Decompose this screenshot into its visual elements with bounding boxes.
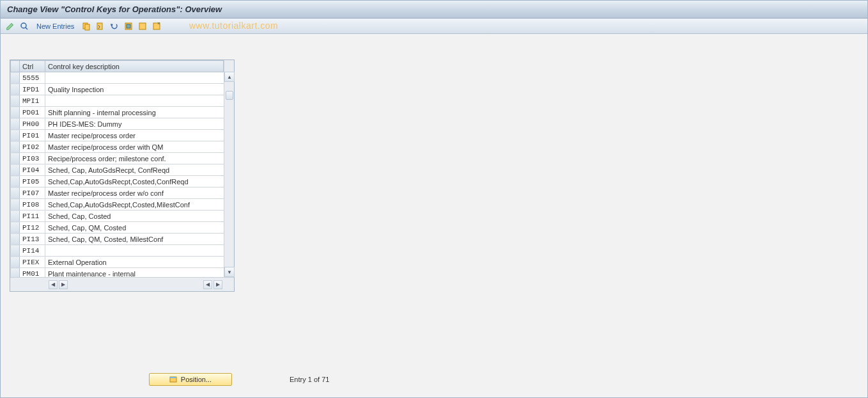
entry-count-text: Entry 1 of 71	[290, 376, 329, 383]
desc-cell[interactable]: Sched, Cap, QM, Costed	[45, 222, 234, 234]
desc-cell[interactable]: PH IDES-MES: Dummy	[45, 118, 234, 130]
table-row[interactable]: PH00PH IDES-MES: Dummy	[11, 118, 234, 130]
scroll-left-icon[interactable]: ◀	[49, 280, 58, 289]
desc-cell[interactable]	[45, 245, 234, 257]
select-all-icon[interactable]	[123, 20, 134, 32]
row-selector[interactable]	[11, 199, 20, 211]
ctrl-cell[interactable]: PI05	[20, 176, 45, 187]
app-frame: Change View "Control Keys for Operations…	[0, 0, 868, 398]
table-row[interactable]: PI08Sched,Cap,AutoGdsRecpt,Costed,Milest…	[11, 199, 234, 211]
table-row[interactable]: PI05Sched,Cap,AutoGdsRecpt,Costed,ConfRe…	[11, 176, 234, 187]
table-row[interactable]: PI02Master recipe/process order with QM	[11, 141, 234, 153]
row-selector[interactable]	[11, 72, 20, 84]
scroll-left-inner-icon[interactable]: ◀	[203, 280, 212, 289]
position-button[interactable]: Position...	[149, 373, 232, 386]
row-selector[interactable]	[11, 107, 20, 118]
desc-column-header[interactable]: Control key description	[45, 61, 224, 72]
control-keys-table: Ctrl Control key description 5555IPD1Qua…	[10, 60, 234, 291]
row-selector[interactable]	[11, 187, 20, 199]
ctrl-cell[interactable]: PI08	[20, 199, 45, 211]
new-entries-button[interactable]: New Entries	[33, 21, 78, 31]
ctrl-cell[interactable]: 5555	[20, 72, 45, 84]
desc-cell[interactable]: Quality Inspection	[45, 84, 234, 95]
row-selector[interactable]	[11, 164, 20, 176]
table-row[interactable]: PI13Sched, Cap, QM, Costed, MilestConf	[11, 234, 234, 245]
desc-cell[interactable]	[45, 72, 234, 84]
desc-cell[interactable]: Sched, Cap, AutoGdsRecpt, ConfReqd	[45, 164, 234, 176]
ctrl-cell[interactable]: PI13	[20, 234, 45, 245]
row-selector[interactable]	[11, 84, 20, 95]
ctrl-cell[interactable]: PH00	[20, 118, 45, 130]
scroll-down-icon[interactable]: ▼	[224, 267, 235, 277]
row-selector[interactable]	[11, 245, 20, 257]
row-selector-header[interactable]	[11, 61, 20, 72]
scroll-right-icon[interactable]: ▶	[213, 280, 222, 289]
scroll-right-inner-icon[interactable]: ▶	[59, 280, 68, 289]
ctrl-cell[interactable]: PI02	[20, 141, 45, 153]
toggle-edit-icon[interactable]	[4, 20, 16, 32]
desc-cell[interactable]: Sched,Cap,AutoGdsRecpt,Costed,MilestConf	[45, 199, 234, 211]
undo-icon[interactable]	[109, 20, 120, 32]
table-row[interactable]: PI03Recipe/process order; milestone conf…	[11, 153, 234, 164]
delete-icon[interactable]	[95, 20, 106, 32]
desc-cell[interactable]: Sched, Cap, Costed	[45, 211, 234, 222]
table-row[interactable]: MPI1	[11, 95, 234, 107]
ctrl-cell[interactable]: PI11	[20, 211, 45, 222]
vertical-scrollbar[interactable]: ▲ ▼	[224, 60, 234, 277]
table-row[interactable]: PI14	[11, 245, 234, 257]
ctrl-cell[interactable]: PD01	[20, 107, 45, 118]
desc-cell[interactable]: Shift planning - internal processing	[45, 107, 234, 118]
ctrl-cell[interactable]: PI12	[20, 222, 45, 234]
row-selector[interactable]	[11, 153, 20, 164]
toolbar: New Entries www.tutorialkart.com	[1, 19, 867, 34]
row-selector[interactable]	[11, 95, 20, 107]
table-row[interactable]: PI12Sched, Cap, QM, Costed	[11, 222, 234, 234]
scroll-thumb[interactable]	[226, 91, 233, 100]
ctrl-cell[interactable]: PI04	[20, 164, 45, 176]
desc-cell[interactable]: External Operation	[45, 257, 234, 268]
table-row[interactable]: PI01Master recipe/process order	[11, 130, 234, 141]
table-row[interactable]: PI11Sched, Cap, Costed	[11, 211, 234, 222]
desc-cell[interactable]: Sched, Cap, QM, Costed, MilestConf	[45, 234, 234, 245]
row-selector[interactable]	[11, 118, 20, 130]
copy-icon[interactable]	[81, 20, 92, 32]
row-selector[interactable]	[11, 176, 20, 187]
svg-rect-6	[127, 24, 130, 28]
table-row[interactable]: 5555	[11, 72, 234, 84]
desc-cell[interactable]: Master recipe/process order w/o conf	[45, 187, 234, 199]
ctrl-cell[interactable]: PIEX	[20, 257, 45, 268]
ctrl-column-header[interactable]: Ctrl	[20, 61, 45, 72]
ctrl-cell[interactable]: PI01	[20, 130, 45, 141]
row-selector[interactable]	[11, 222, 20, 234]
row-selector[interactable]	[11, 234, 20, 245]
watermark-text: www.tutorialkart.com	[189, 20, 278, 31]
ctrl-cell[interactable]: PI14	[20, 245, 45, 257]
row-selector[interactable]	[11, 130, 20, 141]
table-row[interactable]: PD01Shift planning - internal processing	[11, 107, 234, 118]
row-selector[interactable]	[11, 211, 20, 222]
desc-cell[interactable]: Master recipe/process order with QM	[45, 141, 234, 153]
svg-rect-3	[85, 24, 89, 30]
row-selector[interactable]	[11, 141, 20, 153]
table-row[interactable]: IPD1Quality Inspection	[11, 84, 234, 95]
desc-cell[interactable]: Recipe/process order; milestone conf.	[45, 153, 234, 164]
table-row[interactable]: PI04Sched, Cap, AutoGdsRecpt, ConfReqd	[11, 164, 234, 176]
ctrl-cell[interactable]: MPI1	[20, 95, 45, 107]
ctrl-cell[interactable]: PI03	[20, 153, 45, 164]
desc-cell[interactable]: Sched,Cap,AutoGdsRecpt,Costed,ConfReqd	[45, 176, 234, 187]
row-selector[interactable]	[11, 257, 20, 268]
table-row[interactable]: PI07Master recipe/process order w/o conf	[11, 187, 234, 199]
select-block-icon[interactable]	[137, 20, 148, 32]
svg-rect-12	[170, 377, 176, 378]
horizontal-scrollbar[interactable]: ◀ ▶ ◀ ▶	[10, 277, 234, 291]
details-icon[interactable]	[19, 20, 30, 32]
scroll-up-icon[interactable]: ▲	[224, 72, 235, 82]
table-row[interactable]: PIEXExternal Operation	[11, 257, 234, 268]
ctrl-cell[interactable]: PI07	[20, 187, 45, 199]
desc-cell[interactable]	[45, 95, 234, 107]
ctrl-cell[interactable]: IPD1	[20, 84, 45, 95]
deselect-all-icon[interactable]	[151, 20, 162, 32]
desc-cell[interactable]: Master recipe/process order	[45, 130, 234, 141]
footer-row: Position... Entry 1 of 71	[149, 373, 329, 386]
svg-line-1	[26, 28, 27, 29]
